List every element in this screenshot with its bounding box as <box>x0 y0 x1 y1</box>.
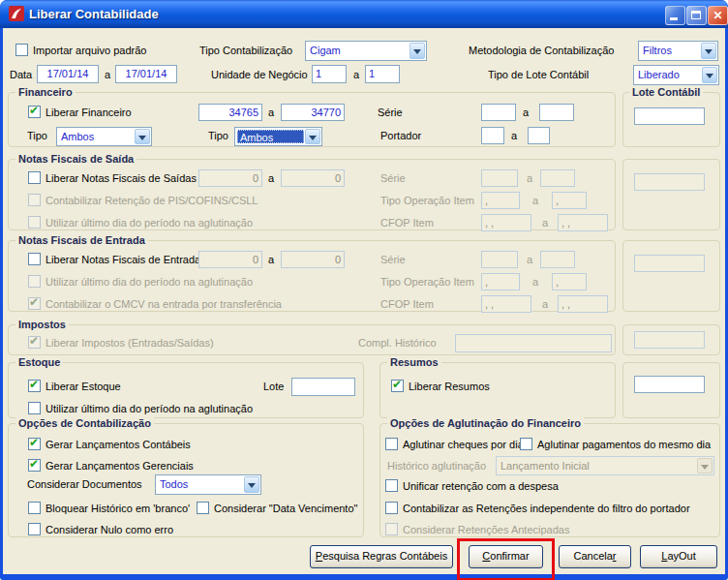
window-title: Liberar Contabilidade <box>29 7 159 21</box>
estoque-lote-input[interactable] <box>291 378 355 396</box>
entrada-cfop-to-input: , , <box>558 295 608 313</box>
close-icon: ✕ <box>713 9 722 22</box>
a-separator: a <box>527 172 532 185</box>
impostos-lote-input <box>634 331 705 349</box>
app-icon <box>9 6 24 21</box>
considerar-documentos-label: Considerar Documentos <box>27 478 142 491</box>
contabilizar-retencoes-label: Contabilizar as Retenções independente d… <box>403 503 690 515</box>
liberar-resumos-label: Liberar Resumos <box>409 381 490 393</box>
dropdown-arrow-icon[interactable] <box>135 129 150 144</box>
lote-label: Lote <box>263 381 284 393</box>
dropdown-arrow-icon[interactable] <box>244 476 259 493</box>
bloquear-historico-checkbox[interactable] <box>28 502 41 514</box>
considerar-nulo-checkbox[interactable] <box>28 523 41 535</box>
gerar-contabeis-checkbox[interactable]: ✔ <box>28 438 41 450</box>
a-separator: a <box>353 69 359 81</box>
historico-aglutinacao-label: Histórico aglutinação <box>387 460 486 473</box>
importar-arquivo-checkbox[interactable] <box>15 44 28 56</box>
layout-button[interactable]: LayOut <box>640 545 717 568</box>
dropdown-arrow-icon[interactable] <box>701 43 716 59</box>
nf-entrada-to-input: 0 <box>281 251 345 268</box>
metodologia-select[interactable]: Filtros <box>638 41 718 61</box>
dropdown-arrow-icon[interactable] <box>410 43 425 59</box>
aglutinar-cheques-checkbox[interactable] <box>385 438 398 450</box>
entrada-serie-to-input <box>540 251 575 268</box>
unificar-retencao-checkbox[interactable] <box>385 479 398 492</box>
impostos-legend: Impostos <box>15 319 69 330</box>
a-separator: a <box>532 195 538 207</box>
portador-from-input[interactable] <box>481 127 504 144</box>
financeiro-from-input[interactable]: 34765 <box>198 104 262 121</box>
liberar-nf-saida-checkbox[interactable] <box>28 171 41 184</box>
check-icon: ✔ <box>29 104 39 117</box>
liberar-nf-entrada-checkbox[interactable] <box>28 253 41 265</box>
nf-saida-to-input: 0 <box>281 169 345 187</box>
titlebar[interactable]: Liberar Contabilidade ✕ <box>0 0 728 28</box>
serie-to-input[interactable] <box>539 104 574 121</box>
serie-from-input[interactable] <box>481 104 516 121</box>
dialog-window: Liberar Contabilidade ✕ Importar arquivo… <box>0 0 728 580</box>
unidade-negocio-label: Unidade de Negócio <box>211 69 308 81</box>
liberar-resumos-checkbox[interactable]: ✔ <box>391 380 404 392</box>
dropdown-arrow-icon[interactable] <box>305 129 320 144</box>
tipo-documento-select[interactable]: Ambos <box>234 127 322 146</box>
serie-label: Série <box>380 172 406 185</box>
close-button[interactable]: ✕ <box>708 6 728 25</box>
entrada-ultimo-dia-checkbox <box>28 275 41 288</box>
opcoes-contabilizacao-legend: Opções de Contabilização <box>15 417 154 429</box>
retencoes-antecipadas-checkbox <box>385 523 398 535</box>
cfop-item-label: CFOP Item <box>380 298 434 311</box>
check-icon: ✔ <box>29 436 39 449</box>
considerar-nulo-label: Considerar Nulo como erro <box>46 524 173 536</box>
nf-saida-legend: Notas Fiscais de Saída <box>15 153 136 165</box>
maximize-button[interactable] <box>686 6 707 25</box>
data-to-input[interactable]: 17/01/14 <box>115 65 177 83</box>
minimize-icon <box>670 17 678 20</box>
resumos-lote-input[interactable] <box>634 376 705 393</box>
saida-ultimo-dia-label: Utilizar último dia do período na agluti… <box>46 217 253 229</box>
dropdown-arrow-icon[interactable] <box>702 67 717 83</box>
liberar-estoque-label: Liberar Estoque <box>46 381 121 393</box>
considerar-documentos-select[interactable]: Todos <box>155 474 261 495</box>
gerar-gerenciais-checkbox[interactable]: ✔ <box>28 459 41 472</box>
tipo-financeiro-select[interactable]: Ambos <box>56 127 152 146</box>
combo-value: Liberado <box>638 69 680 80</box>
serie-label: Série <box>380 254 406 266</box>
a-separator: a <box>268 254 274 266</box>
tipo-lote-select[interactable]: Liberado <box>633 65 719 85</box>
saida-lote-box <box>622 159 720 230</box>
unidade-to-input[interactable]: 1 <box>365 65 400 83</box>
unidade-from-input[interactable]: 1 <box>312 65 347 83</box>
aglutinar-pagamentos-checkbox[interactable] <box>520 438 532 450</box>
cancelar-button[interactable]: Cancelar <box>559 545 631 568</box>
annotation-highlight <box>457 538 555 580</box>
check-icon: ✔ <box>29 457 39 471</box>
contabilizar-retencoes-checkbox[interactable] <box>385 502 398 514</box>
pesquisa-regras-button[interactable]: Pesquisa Regras Contábeis <box>310 545 453 568</box>
nf-saida-from-input: 0 <box>198 169 262 187</box>
gerar-gerenciais-label: Gerar Lançamentos Gerenciais <box>46 460 194 473</box>
entrada-cfop-from-input: , , <box>481 295 531 313</box>
portador-label: Portador <box>380 130 421 142</box>
combo-value: Todos <box>160 478 188 490</box>
data-label: Data <box>10 69 32 81</box>
tipo-contabilizacao-select[interactable]: Cigam <box>305 41 427 61</box>
a-separator: a <box>268 107 274 119</box>
data-from-input[interactable]: 17/01/14 <box>37 65 99 83</box>
lote-contabil-input[interactable] <box>634 107 705 125</box>
liberar-estoque-checkbox[interactable]: ✔ <box>28 380 41 392</box>
historico-aglutinacao-select: Lançamento Inicial <box>496 456 714 475</box>
liberar-financeiro-checkbox[interactable]: ✔ <box>28 106 41 118</box>
considerar-data-venc-checkbox[interactable] <box>197 502 209 514</box>
metodologia-label: Metodologia de Contabilização <box>469 45 614 57</box>
combo-value: Ambos <box>61 131 94 142</box>
nf-entrada-legend: Notas Fiscais de Entrada <box>15 234 148 246</box>
financeiro-to-input[interactable]: 34770 <box>281 104 345 121</box>
liberar-financeiro-label: Liberar Financeiro <box>46 107 132 119</box>
portador-to-input[interactable] <box>528 127 550 144</box>
minimize-button[interactable] <box>665 6 685 25</box>
estoque-ultimo-dia-checkbox[interactable] <box>28 402 41 414</box>
tipo-contabilizacao-label: Tipo Contabilização <box>199 45 292 57</box>
estoque-legend: Estoque <box>15 356 63 368</box>
retencoes-antecipadas-label: Considerar Retenções Antecipadas <box>403 524 569 536</box>
